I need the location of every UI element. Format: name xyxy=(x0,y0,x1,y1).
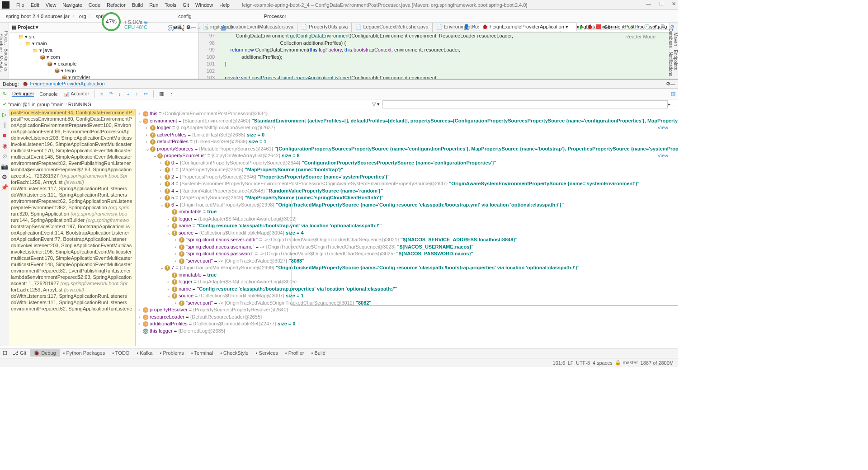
more-icon[interactable]: ⋮ xyxy=(169,91,174,97)
stack-frame[interactable]: prepareEnvironment:362, SpringApplicatio… xyxy=(9,204,135,211)
project-tree[interactable]: ▾ src▾ main▾ java▾ com▾ example▾ feign▾ … xyxy=(9,33,198,79)
breadcrumb[interactable]: config xyxy=(176,14,193,19)
debugger-tab[interactable]: Debugger xyxy=(12,91,34,97)
var-node[interactable]: ›ppropertyResolver = {PropertySourcesPro… xyxy=(137,306,677,314)
thread-label[interactable]: "main"@1 in group "main": RUNNING xyxy=(8,102,91,107)
var-node[interactable]: ⌄fpropertySourceList = {CopyOnWriteArray… xyxy=(137,152,677,160)
stop-icon[interactable] xyxy=(596,24,601,30)
stack-frame[interactable]: doWithListeners:117, SpringApplicationRu… xyxy=(9,185,135,192)
step-out-icon[interactable]: ↑ xyxy=(136,91,138,97)
close-icon[interactable]: ✕ xyxy=(672,1,676,7)
tree-node[interactable]: ▾ main xyxy=(9,40,198,47)
var-node[interactable]: ›f"server.port" = -> {OriginTrackedValue… xyxy=(137,258,677,265)
var-node[interactable]: ›fdefaultProfiles = {LinkedHashSet@2639}… xyxy=(137,138,677,146)
line-sep[interactable]: LF xyxy=(568,360,574,366)
stack-frame[interactable]: forEach:1259, ArrayList (java.util) xyxy=(9,287,135,293)
stack-frame[interactable]: doWithListeners:111, SpringApplicationRu… xyxy=(9,299,135,306)
memory[interactable]: 1887 of 2800M xyxy=(641,360,674,366)
stack-frame[interactable]: multicastEvent:170, SimpleApplicationEve… xyxy=(9,147,135,154)
tool-tab-python-packages[interactable]: • Python Packages xyxy=(60,349,109,357)
gear-icon[interactable]: ⚙ xyxy=(670,24,675,30)
menu-view[interactable]: View xyxy=(42,2,60,8)
var-node[interactable]: ›presourceLoader = {DefaultResourceLoade… xyxy=(137,314,677,321)
maximize-icon[interactable]: ☐ xyxy=(659,1,664,7)
menu-navigate[interactable]: Navigate xyxy=(59,2,85,8)
run-to-cursor-icon[interactable]: ↦ xyxy=(144,91,148,97)
tool-tab-todo[interactable]: • TODO xyxy=(108,349,133,357)
rerun-icon[interactable]: ↻ xyxy=(3,91,7,97)
pause-icon[interactable]: ∥ xyxy=(3,122,6,128)
tool-tab-kafka[interactable]: • Kafka xyxy=(133,349,156,357)
tool-tab-profiler[interactable]: • Profiler xyxy=(282,349,308,357)
filter-icon[interactable]: ▽ xyxy=(372,101,376,107)
var-node[interactable]: ›f3 = {SystemEnvironmentPropertySourceEn… xyxy=(137,180,677,188)
var-node[interactable]: ⌄f7 = {OriginTrackedMapPropertySource@29… xyxy=(137,264,677,272)
mute-icon[interactable]: ⊘ xyxy=(2,153,7,160)
plus-icon[interactable]: ▾ xyxy=(473,24,476,30)
menu-help[interactable]: Help xyxy=(216,2,233,8)
stack-frame[interactable]: postProcessEnvironment:94, ConfigDataEnv… xyxy=(9,109,135,116)
var-node[interactable]: ›f"server.port" = -> {OriginTrackedValue… xyxy=(137,300,677,307)
search-icon[interactable]: 🔍 xyxy=(660,24,667,30)
stack-frame[interactable]: environmentPrepared:62, SpringApplicatio… xyxy=(9,306,135,312)
gear-icon[interactable]: ⚙ xyxy=(2,174,7,180)
stack-frame[interactable]: onApplicationEvent:77, BootstrapApplicat… xyxy=(9,236,135,242)
evaluate-input[interactable] xyxy=(382,100,668,108)
var-node[interactable]: fimmutable = true xyxy=(137,272,677,279)
caret-pos[interactable]: 101:6 xyxy=(553,360,566,366)
var-node[interactable]: ›f4 = {RandomValuePropertySource@2648} "… xyxy=(137,188,677,195)
stack-frame[interactable]: multicastEvent:148, SimpleApplicationEve… xyxy=(9,154,135,160)
frames-list[interactable]: postProcessEnvironment:94, ConfigDataEnv… xyxy=(9,109,136,346)
menu-git[interactable]: Git xyxy=(179,2,192,8)
stack-frame[interactable]: doInvokeListener:203, SimpleApplicationE… xyxy=(9,135,135,141)
debug-icon[interactable]: 🐞 xyxy=(587,24,593,30)
stop-icon[interactable]: ■ xyxy=(3,132,6,139)
stack-frame[interactable]: doInvokeListener:203, SimpleApplicationE… xyxy=(9,242,135,249)
tool-tab-debug[interactable]: 🐞 Debug xyxy=(30,349,59,357)
hammer-icon[interactable]: 🔨 xyxy=(177,24,184,31)
breadcrumb[interactable]: org xyxy=(77,14,89,19)
var-node[interactable]: ›flogger = {LogAdapter$Slf4jLocationAwar… xyxy=(137,216,677,223)
menu-tools[interactable]: Tools xyxy=(161,2,179,8)
push-icon[interactable]: ↗ xyxy=(629,24,633,30)
actuator-tab[interactable]: 📊 Actuator xyxy=(63,91,89,97)
history-icon[interactable]: 🕘 xyxy=(644,24,650,30)
layout-icon[interactable]: ▦ xyxy=(159,91,164,97)
stack-frame[interactable]: bootstrapServiceContext:197, BootstrapAp… xyxy=(9,223,135,230)
stack-frame[interactable]: run:144, SpringApplicationBuilder (org.s… xyxy=(9,217,135,223)
var-node[interactable]: oothis.logger = {DeferredLog@2635} xyxy=(137,328,677,335)
step-down-icon[interactable]: ↓ xyxy=(118,91,121,97)
status-icon[interactable]: ☐ xyxy=(3,350,7,356)
var-node[interactable]: ›fname = "Config resource 'classpath:/bo… xyxy=(137,222,677,230)
user-icon[interactable]: 👤 xyxy=(463,24,470,30)
var-node[interactable]: ⌄penvironment = {StandardEnvironment@246… xyxy=(137,118,677,125)
var-node[interactable]: ›fname = "Config resource 'classpath:/bo… xyxy=(137,286,677,293)
var-node[interactable]: ›flogger = {LogAdapter$Slf4jLocationAwar… xyxy=(137,278,677,286)
debug-app-tab[interactable]: 🐞 FeignExampleProviderApplication xyxy=(19,81,108,87)
tree-node[interactable]: ▾ java xyxy=(9,47,198,54)
menu-code[interactable]: Code xyxy=(85,2,104,8)
rollback-icon[interactable]: ↶ xyxy=(653,24,657,30)
var-node[interactable]: ›f"spring.cloud.nacos.password" = -> {Or… xyxy=(137,250,677,258)
minimize-icon[interactable]: — xyxy=(646,1,651,7)
stack-frame[interactable]: invokeListener:196, SimpleApplicationEve… xyxy=(9,249,135,255)
breakpoints-icon[interactable]: ◉ xyxy=(2,142,7,149)
resume-icon[interactable]: ▷ xyxy=(2,111,7,118)
var-node[interactable]: ›f2 = {PropertiesPropertySource@2646} "P… xyxy=(137,174,677,181)
stack-frame[interactable]: onApplicationEnvironmentPreparedEvent:10… xyxy=(9,122,135,128)
var-node[interactable]: ›f"spring.cloud.nacos.username" = -> {Or… xyxy=(137,244,677,251)
menu-file[interactable]: File xyxy=(13,2,28,8)
left-tool-strip[interactable]: Project Bookmarks Structure MyBatis Buil… xyxy=(0,23,9,79)
stack-frame[interactable]: forEach:1259, ArrayList (java.util) xyxy=(9,179,135,185)
stack-frame[interactable]: multicastEvent:170, SimpleApplicationEve… xyxy=(9,255,135,261)
project-combo[interactable]: ▤ Project ▾ xyxy=(12,24,38,30)
var-node[interactable]: ›flogger = {LogAdapter$Slf4jLocationAwar… xyxy=(137,124,677,132)
gear-icon[interactable]: ⚙ xyxy=(666,81,670,87)
var-node[interactable]: ›factiveProfiles = {LinkedHashSet@2638} … xyxy=(137,132,677,139)
var-node[interactable]: ›f"spring.cloud.nacos.server-addr" = -> … xyxy=(137,236,677,244)
stack-frame[interactable]: doWithListeners:111, SpringApplicationRu… xyxy=(9,192,135,198)
tool-tab-checkstyle[interactable]: • CheckStyle xyxy=(217,349,252,357)
step-over-icon[interactable]: ≡ xyxy=(100,91,103,97)
menu-build[interactable]: Build xyxy=(129,2,146,8)
reader-mode-label[interactable]: Reader Mode xyxy=(625,34,656,39)
